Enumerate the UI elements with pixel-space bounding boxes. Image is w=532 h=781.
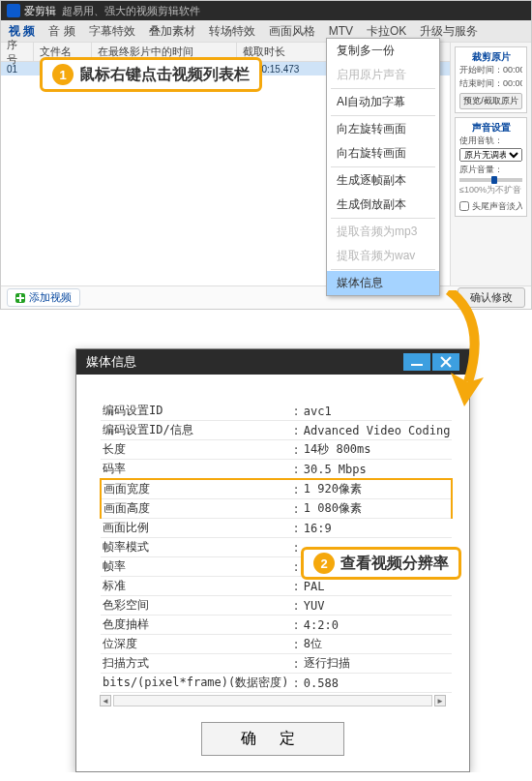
scale-note: ≤100%为不扩音 [459, 184, 522, 197]
menu-frame-copy[interactable]: 生成逐帧副本 [327, 168, 439, 193]
app-subtitle: 超易用、强大的视频剪辑软件 [62, 4, 200, 18]
info-key: 画面比例 [101, 519, 291, 538]
table-row: 编码设置ID:avc1 [101, 402, 452, 421]
info-sep: : [291, 654, 302, 674]
info-sep: : [291, 635, 302, 654]
fade-checkbox[interactable] [459, 201, 469, 211]
info-value: 0.588 [302, 674, 453, 693]
info-key: 编码设置ID [101, 402, 291, 421]
info-key: 长度 [101, 440, 291, 460]
col-number[interactable]: 序号 [1, 43, 34, 61]
table-row: 色彩空间:YUV [101, 596, 452, 616]
app-logo-icon [7, 4, 20, 17]
use-track-label: 使用音轨： [459, 135, 503, 145]
info-value: 逐行扫描 [302, 654, 453, 674]
media-title-text: 媒体信息 [86, 353, 136, 371]
tab-mtv[interactable]: MTV [329, 24, 353, 38]
row-num: 01 [1, 64, 34, 75]
scroll-track[interactable] [113, 695, 432, 706]
bottom-bar: 添加视频 确认修改 [1, 285, 531, 309]
info-value: 1 920像素 [302, 479, 453, 499]
callout-2-text: 查看视频分辨率 [340, 554, 449, 574]
info-sep: : [291, 440, 302, 460]
table-row: 画面高度:1 080像素 [101, 499, 452, 519]
info-key: 扫描方式 [101, 654, 291, 674]
info-sep: : [291, 479, 302, 499]
add-video-label: 添加视频 [29, 290, 72, 305]
info-sep: : [291, 499, 302, 519]
titlebar: 爱剪辑 超易用、强大的视频剪辑软件 [1, 1, 531, 20]
scroll-right-icon[interactable]: ► [434, 695, 446, 706]
tab-overlay[interactable]: 叠加素材 [149, 23, 195, 40]
table-row: 扫描方式:逐行扫描 [101, 654, 452, 674]
close-button[interactable] [432, 353, 459, 371]
table-row: 色度抽样:4:2:0 [101, 616, 452, 635]
side-panel: 裁剪原片 开始时间：00:00:00.000 结束时间：00:00:15.473… [450, 43, 531, 285]
clip-trim-title: 裁剪原片 [459, 50, 522, 64]
info-value: 4:2:0 [302, 616, 453, 635]
table-row: 长度:14秒 800ms [101, 440, 452, 460]
info-value: 14秒 800ms [302, 440, 453, 460]
callout-1-text: 鼠标右键点击视频列表栏 [79, 65, 250, 85]
clip-trim-box: 裁剪原片 开始时间：00:00:00.000 结束时间：00:00:15.473… [455, 46, 527, 113]
info-sep: : [291, 616, 302, 635]
info-key: 帧率 [101, 557, 291, 577]
callout-step-2: 2 查看视频分辨率 [301, 547, 461, 580]
menu-rotate-left[interactable]: 向左旋转画面 [327, 117, 439, 141]
tab-karaoke[interactable]: 卡拉OK [367, 23, 406, 40]
media-body: 编码设置ID:avc1编码设置ID/信息:Advanced Video Codi… [76, 375, 469, 771]
media-titlebar: 媒体信息 [76, 349, 469, 375]
menu-rotate-right[interactable]: 向右旋转画面 [327, 141, 439, 165]
menu-reverse-copy[interactable]: 生成倒放副本 [327, 193, 439, 217]
media-info-window: 媒体信息 编码设置ID:avc1编码设置ID/信息:Advanced Video… [75, 348, 470, 772]
start-label: 开始时间： [459, 65, 503, 75]
menu-ai-subtitle[interactable]: AI自动加字幕 [327, 90, 439, 114]
info-sep: : [291, 596, 302, 616]
info-key: 色度抽样 [101, 616, 291, 635]
tab-audio[interactable]: 音 频 [48, 23, 74, 40]
minimize-button[interactable] [403, 353, 430, 371]
table-row: bits/(pixel*frame)(数据密度):0.588 [101, 674, 452, 693]
scroll-left-icon[interactable]: ◄ [100, 695, 111, 706]
sound-title: 声音设置 [459, 121, 522, 135]
info-key: 帧率模式 [101, 538, 291, 557]
add-video-button[interactable]: 添加视频 [7, 288, 80, 307]
volume-slider[interactable] [459, 178, 522, 182]
menu-media-info[interactable]: 媒体信息 [327, 271, 439, 295]
menu-extract-mp3: 提取音频为mp3 [327, 220, 439, 244]
info-key: 色彩空间 [101, 596, 291, 616]
preview-trim-button[interactable]: 预览/截取原片 [459, 93, 522, 109]
callout-step-1: 1 鼠标右键点击视频列表栏 [40, 57, 262, 92]
menu-copy[interactable]: 复制多一份 [327, 39, 439, 63]
info-value: 1 080像素 [302, 499, 453, 519]
info-sep: : [291, 519, 302, 538]
info-value: Advanced Video Coding [302, 421, 453, 440]
info-sep: : [291, 577, 302, 596]
tab-upgrade[interactable]: 升级与服务 [420, 23, 478, 40]
info-sep: : [291, 402, 302, 421]
info-key: bits/(pixel*frame)(数据密度) [101, 674, 291, 693]
info-key: 标准 [101, 577, 291, 596]
ok-button[interactable]: 确 定 [201, 722, 344, 756]
table-row: 画面比例:16:9 [101, 519, 452, 538]
info-key: 位深度 [101, 635, 291, 654]
tab-transition[interactable]: 转场特效 [209, 23, 255, 40]
info-key: 编码设置ID/信息 [101, 421, 291, 440]
track-select[interactable]: 原片无调表 [459, 148, 522, 162]
info-value: 30.5 Mbps [302, 460, 453, 480]
h-scrollbar[interactable]: ◄ ► [100, 695, 446, 706]
table-row: 编码设置ID/信息:Advanced Video Coding [101, 421, 452, 440]
info-key: 码率 [101, 460, 291, 480]
start-val: 00:00:00.000 [503, 65, 522, 75]
confirm-edit-button[interactable]: 确认修改 [458, 287, 525, 308]
info-value: 8位 [302, 635, 453, 654]
tab-subtitle-fx[interactable]: 字幕特效 [89, 23, 135, 40]
info-key: 画面高度 [101, 499, 291, 519]
plus-icon [15, 293, 25, 303]
table-row: 画面宽度:1 920像素 [101, 479, 452, 499]
tab-style[interactable]: 画面风格 [269, 23, 315, 40]
tabbar: 视 频 音 频 字幕特效 叠加素材 转场特效 画面风格 MTV 卡拉OK 升级与… [1, 20, 531, 42]
orig-audio-label: 原片音量： [459, 165, 503, 174]
info-value: 16:9 [302, 519, 453, 538]
menu-extract-wav: 提取音频为wav [327, 244, 439, 268]
